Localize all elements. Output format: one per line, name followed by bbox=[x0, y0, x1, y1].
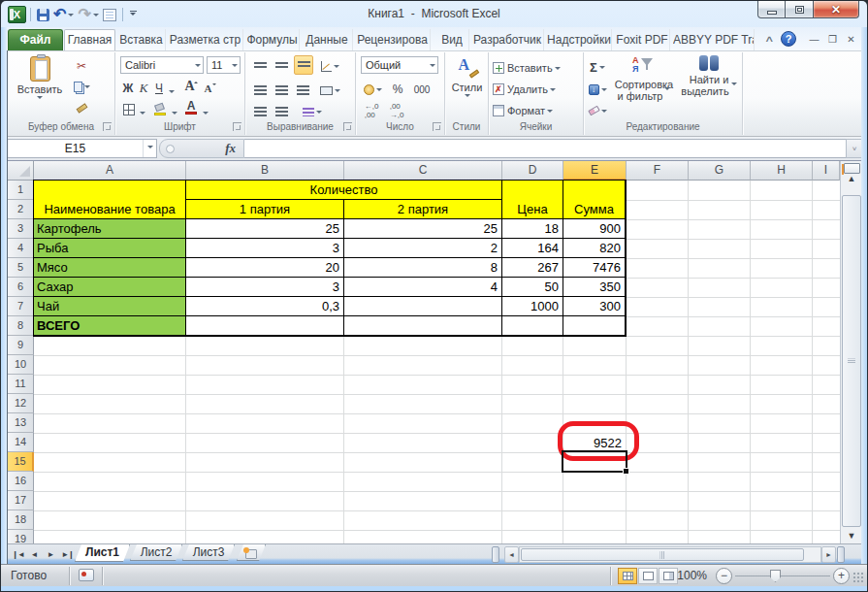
wrap-text-button[interactable] bbox=[302, 103, 323, 120]
help-button[interactable]: ? bbox=[781, 31, 796, 47]
vscroll-up-button[interactable]: ▲ bbox=[842, 171, 861, 186]
row-header-2[interactable]: 2 bbox=[8, 200, 34, 219]
cell-D5[interactable]: 267 bbox=[502, 258, 563, 278]
hscroll-right-button[interactable]: ► bbox=[821, 546, 836, 563]
tab-1[interactable]: Главная bbox=[64, 29, 115, 50]
doc-minimize-button[interactable]: — bbox=[806, 32, 822, 46]
italic-button[interactable]: К bbox=[137, 80, 150, 97]
cell-A8[interactable]: ВСЕГО bbox=[34, 316, 186, 336]
cell-A1[interactable]: Наименование товара bbox=[34, 181, 186, 219]
col-header-C[interactable]: C bbox=[344, 161, 502, 181]
font-dialog-launcher[interactable] bbox=[233, 122, 241, 131]
comma-button[interactable]: 000 bbox=[410, 81, 434, 98]
cell-A6[interactable]: Сахар bbox=[34, 278, 186, 297]
cell-B7[interactable]: 0,3 bbox=[186, 297, 344, 316]
format-painter-button[interactable] bbox=[70, 99, 93, 116]
zoom-slider-thumb[interactable] bbox=[770, 570, 781, 582]
styles-button[interactable]: A Стили bbox=[447, 56, 487, 100]
font-size-combo[interactable]: 11 bbox=[207, 56, 241, 74]
tab-4[interactable]: Формулы bbox=[245, 29, 300, 50]
vscroll-thumb[interactable] bbox=[842, 195, 861, 527]
select-all-corner[interactable] bbox=[8, 161, 34, 181]
cell-E4[interactable]: 820 bbox=[563, 239, 626, 258]
cell-E1[interactable]: Сумма bbox=[563, 181, 626, 219]
decrease-indent-button[interactable] bbox=[251, 103, 269, 120]
row-header-8[interactable]: 8 bbox=[8, 316, 34, 336]
first-sheet-button[interactable]: ❙◄ bbox=[11, 547, 25, 562]
grow-font-button[interactable]: А bbox=[181, 78, 198, 95]
fill-color-button[interactable] bbox=[152, 101, 168, 118]
percent-button[interactable]: % bbox=[389, 81, 406, 98]
zoom-slider-track[interactable] bbox=[735, 576, 830, 576]
normal-view-button[interactable] bbox=[618, 568, 637, 584]
row-header-11[interactable]: 11 bbox=[8, 375, 34, 394]
sheet-tab-Лист1[interactable]: Лист1 bbox=[75, 544, 130, 562]
row-header-12[interactable]: 12 bbox=[8, 394, 34, 413]
cell-E8[interactable] bbox=[563, 316, 626, 336]
restore-button[interactable] bbox=[786, 1, 813, 18]
tab-7[interactable]: Вид bbox=[435, 29, 469, 50]
cell-D7[interactable]: 1000 bbox=[502, 297, 563, 316]
tab-11[interactable]: ABBYY PDF Tra bbox=[673, 29, 755, 50]
cell-E3[interactable]: 900 bbox=[563, 219, 626, 239]
tab-10[interactable]: Foxit PDF bbox=[615, 29, 670, 50]
col-header-H[interactable]: H bbox=[751, 161, 813, 181]
cut-button[interactable]: ✂ bbox=[70, 57, 93, 75]
vscroll-down-button[interactable]: ▼ bbox=[842, 528, 861, 543]
col-header-E[interactable]: E bbox=[563, 161, 627, 181]
format-cells-button[interactable]: Формат bbox=[493, 102, 582, 119]
insert-worksheet-tab[interactable] bbox=[237, 544, 266, 561]
page-break-view-button[interactable] bbox=[659, 568, 678, 584]
prev-sheet-button[interactable]: ◄ bbox=[27, 547, 42, 562]
row-header-17[interactable]: 17 bbox=[8, 491, 34, 510]
delete-cells-button[interactable]: ✗Удалить bbox=[493, 81, 582, 98]
clear-button[interactable] bbox=[588, 102, 607, 119]
cell-C2[interactable]: 2 партия bbox=[344, 200, 502, 219]
orientation-button[interactable] bbox=[319, 57, 340, 75]
cell-D1[interactable]: Цена bbox=[502, 181, 563, 219]
tab-split-handle-right[interactable] bbox=[837, 546, 845, 563]
hscroll-thumb[interactable] bbox=[521, 548, 804, 561]
cell-B1[interactable]: Количество bbox=[186, 181, 502, 200]
minimize-button[interactable] bbox=[757, 1, 786, 18]
shrink-font-button[interactable]: А bbox=[201, 80, 215, 97]
doc-restore-button[interactable]: ❐ bbox=[824, 32, 841, 46]
cell-C4[interactable]: 2 bbox=[344, 239, 502, 258]
tab-6[interactable]: Рецензирова bbox=[355, 29, 431, 50]
increase-indent-button[interactable] bbox=[273, 103, 290, 120]
row-header-14[interactable]: 14 bbox=[8, 433, 34, 452]
merge-center-button[interactable] bbox=[319, 82, 340, 99]
cell-A7[interactable]: Чай bbox=[34, 297, 186, 316]
col-header-D[interactable]: D bbox=[502, 161, 563, 181]
col-header-F[interactable]: F bbox=[627, 161, 689, 181]
bold-button[interactable]: Ж bbox=[121, 80, 135, 97]
tab-split-handle[interactable] bbox=[492, 546, 499, 563]
cell-E5[interactable]: 7476 bbox=[563, 258, 626, 278]
col-header-G[interactable]: G bbox=[689, 161, 751, 181]
cell-E7[interactable]: 300 bbox=[563, 297, 626, 316]
cell-C6[interactable]: 4 bbox=[344, 278, 502, 297]
cell-A3[interactable]: Картофель bbox=[34, 219, 186, 239]
cell-C7[interactable] bbox=[344, 297, 502, 316]
vertical-scrollbar[interactable]: ▲▼ bbox=[840, 161, 861, 543]
row-header-6[interactable]: 6 bbox=[8, 278, 34, 297]
number-format-combo[interactable]: Общий bbox=[361, 56, 438, 74]
row-header-3[interactable]: 3 bbox=[8, 219, 34, 239]
tab-2[interactable]: Вставка bbox=[117, 29, 166, 50]
autosum-button[interactable]: Σ bbox=[588, 58, 607, 76]
font-color-button[interactable]: А bbox=[183, 99, 199, 116]
copy-button[interactable] bbox=[70, 78, 93, 95]
paste-button[interactable]: Вставить bbox=[17, 56, 62, 102]
currency-button[interactable] bbox=[361, 81, 384, 98]
cell-D8[interactable] bbox=[502, 316, 563, 336]
close-button[interactable]: ✕ bbox=[813, 1, 859, 18]
macro-record-button[interactable] bbox=[79, 569, 94, 581]
cell-B8[interactable] bbox=[186, 316, 344, 336]
col-header-I[interactable]: I bbox=[813, 161, 840, 181]
cell-C8[interactable] bbox=[344, 316, 502, 336]
cell-D4[interactable]: 164 bbox=[502, 239, 563, 258]
row-header-9[interactable]: 9 bbox=[8, 336, 34, 355]
row-header-13[interactable]: 13 bbox=[8, 413, 34, 433]
col-header-B[interactable]: B bbox=[186, 161, 344, 181]
align-center-button[interactable] bbox=[273, 82, 290, 99]
